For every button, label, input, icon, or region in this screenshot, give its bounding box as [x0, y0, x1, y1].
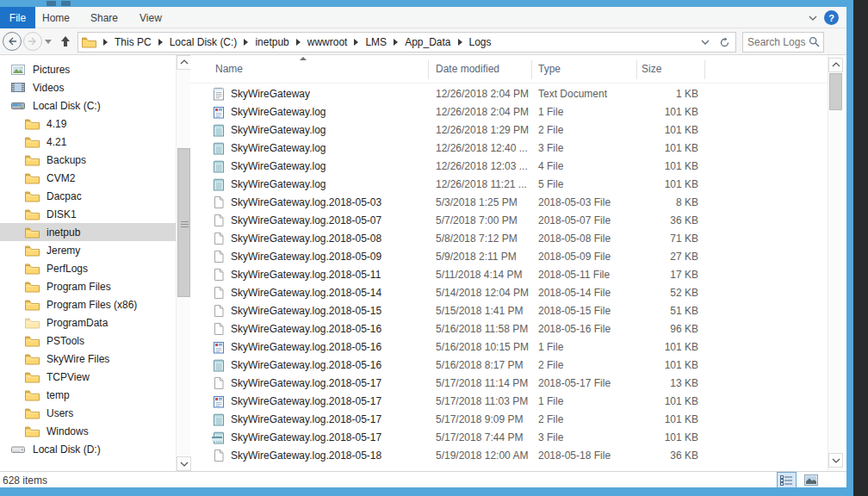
folder-icon: [25, 352, 40, 366]
sidebar-item-skywire-files[interactable]: SkyWire Files: [0, 350, 176, 368]
log-color-icon: [212, 340, 226, 354]
file-size: 101 KB: [621, 359, 698, 371]
forward-button[interactable]: [23, 32, 42, 51]
quick-access-toolbar[interactable]: [46, 1, 71, 6]
sidebar-item-programdata[interactable]: ProgramData: [0, 313, 176, 332]
refresh-icon[interactable]: [719, 37, 730, 48]
tab-share[interactable]: Share: [90, 7, 118, 28]
table-row[interactable]: SkyWireGateway.log 12/26/2018 12:03 ... …: [190, 158, 828, 176]
folder-icon: [25, 226, 40, 239]
sidebar-item-4-19[interactable]: 4.19: [0, 115, 176, 133]
table-row[interactable]: SkyWireGateway 12/26/2018 2:04 PM Text D…: [190, 85, 828, 103]
sidebar-item-pstools[interactable]: PSTools: [0, 332, 176, 350]
breadcrumb-item[interactable]: Local Disk (C:): [170, 36, 238, 48]
sidebar-item-windows[interactable]: Windows: [0, 422, 176, 440]
tab-view[interactable]: View: [140, 7, 162, 28]
column-header-size[interactable]: Size: [642, 63, 661, 75]
sidebar-item-local-disk-c-[interactable]: Local Disk (C:): [0, 96, 176, 115]
table-row[interactable]: SkyWireGateway.log.2018-05-18 5/19/2018 …: [190, 447, 828, 465]
tab-file[interactable]: File: [0, 7, 35, 28]
search-input[interactable]: [747, 33, 808, 52]
file-name: SkyWireGateway.log.2018-05-16: [231, 323, 381, 335]
folder-icon: [25, 208, 40, 221]
table-row[interactable]: SkyWireGateway.log.2018-05-08 5/8/2018 7…: [190, 230, 828, 248]
table-row[interactable]: SkyWireGateway.log.2018-05-15 5/15/2018 …: [190, 302, 828, 320]
file-type: 5 File: [538, 178, 563, 190]
table-row[interactable]: SkyWireGateway.log.2018-05-03 5/3/2018 1…: [190, 194, 828, 212]
column-header-type[interactable]: Type: [538, 63, 561, 75]
search-box[interactable]: [742, 32, 824, 53]
folder-icon: [25, 298, 40, 312]
sidebar-item-tcpview[interactable]: TCPView: [0, 368, 176, 386]
sidebar-item-dacpac[interactable]: Dacpac: [0, 187, 176, 205]
sidebar-item-perflogs[interactable]: PerfLogs: [0, 259, 176, 277]
recent-locations-chevron-icon[interactable]: [45, 40, 52, 44]
details-view-button[interactable]: [777, 472, 797, 488]
breadcrumb-item[interactable]: wwwroot: [307, 36, 348, 48]
table-row[interactable]: SkyWireGateway.log.2018-05-16 5/16/2018 …: [190, 338, 828, 356]
sidebar-item-local-disk-d-[interactable]: Local Disk (D:): [0, 440, 176, 458]
back-button[interactable]: [3, 32, 22, 51]
sidebar-item-users[interactable]: Users: [0, 404, 176, 422]
list-scrollbar[interactable]: [828, 55, 842, 471]
table-row[interactable]: SkyWireGateway.log.2018-05-16 5/16/2018 …: [190, 320, 828, 338]
search-icon[interactable]: [809, 36, 820, 47]
sidebar-item-pictures[interactable]: Pictures: [0, 60, 176, 78]
column-header-date-modified[interactable]: Date modified: [436, 63, 499, 75]
table-row[interactable]: SkyWireGateway.log.2018-05-16 5/16/2018 …: [190, 356, 828, 375]
address-history-chevron-icon[interactable]: [700, 38, 710, 46]
column-separator[interactable]: [428, 60, 429, 79]
file-name: SkyWireGateway.log.2018-05-15: [231, 305, 381, 317]
table-row[interactable]: SkyWireGateway.log.2018-05-17 5/17/2018 …: [190, 375, 828, 393]
navigation-pane: Pictures Videos Local Disk (C:) 4.19 4.2…: [0, 55, 176, 471]
address-bar[interactable]: This PCLocal Disk (C:)inetpubwwwrootLMSA…: [78, 32, 736, 53]
sidebar-item-disk1[interactable]: DISK1: [0, 205, 176, 223]
sidebar-scrollbar-thumb[interactable]: [177, 148, 190, 297]
breadcrumb-item[interactable]: inetpub: [255, 36, 288, 48]
up-button[interactable]: [57, 33, 74, 50]
table-row[interactable]: SkyWireGateway.log.2018-05-17 5/17/2018 …: [190, 411, 828, 429]
sidebar-item-jeremy[interactable]: Jeremy: [0, 241, 176, 259]
tab-home[interactable]: Home: [42, 7, 70, 28]
sidebar-item-label: Program Files: [46, 281, 111, 293]
ribbon-collapse-chevron-icon[interactable]: [806, 12, 820, 24]
column-separator[interactable]: [636, 60, 637, 79]
table-row[interactable]: SkyWireGateway.log 12/26/2018 1:29 PM 2 …: [190, 121, 828, 140]
column-separator[interactable]: [531, 60, 532, 79]
sidebar-scroll-down-icon[interactable]: [177, 456, 191, 471]
sidebar-item-4-21[interactable]: 4.21: [0, 133, 176, 151]
column-header-name[interactable]: Name: [215, 63, 243, 75]
file-icon: [212, 304, 226, 318]
table-row[interactable]: SkyWireGateway.log 12/26/2018 12:40 ... …: [190, 140, 828, 158]
sidebar-item-inetpub[interactable]: inetpub: [0, 223, 176, 241]
column-separator[interactable]: [704, 60, 705, 79]
breadcrumb-item[interactable]: This PC: [115, 36, 152, 48]
sidebar-item-videos[interactable]: Videos: [0, 78, 176, 96]
sidebar-item-backups[interactable]: Backups: [0, 151, 176, 169]
list-scroll-up-icon[interactable]: [828, 58, 843, 72]
thumbnail-view-button[interactable]: [801, 472, 821, 488]
sidebar-item-program-files[interactable]: Program Files: [0, 277, 176, 295]
sidebar-item-cvm2[interactable]: CVM2: [0, 169, 176, 187]
file-name: SkyWireGateway.log.2018-05-09: [231, 251, 381, 263]
breadcrumb-item[interactable]: Logs: [469, 36, 492, 48]
sidebar-item-temp[interactable]: temp: [0, 386, 176, 404]
table-row[interactable]: SkyWireGateway.log.2018-05-17 5/17/2018 …: [190, 429, 828, 447]
table-row[interactable]: SkyWireGateway.log.2018-05-14 5/14/2018 …: [190, 284, 828, 302]
table-row[interactable]: SkyWireGateway.log.2018-05-09 5/9/2018 2…: [190, 248, 828, 266]
table-row[interactable]: SkyWireGateway.log.2018-05-11 5/11/2018 …: [190, 266, 828, 284]
list-scrollbar-thumb[interactable]: [829, 73, 842, 110]
table-row[interactable]: SkyWireGateway.log 12/26/2018 11:21 ... …: [190, 176, 828, 194]
breadcrumb-item[interactable]: LMS: [365, 36, 387, 48]
sidebar-list: Pictures Videos Local Disk (C:) 4.19 4.2…: [0, 60, 176, 458]
sidebar-scrollbar[interactable]: [176, 55, 190, 471]
breadcrumb-item[interactable]: App_Data: [405, 36, 450, 48]
table-row[interactable]: SkyWireGateway.log 12/26/2018 2:04 PM 1 …: [190, 103, 828, 121]
help-icon[interactable]: ?: [824, 10, 839, 25]
table-row[interactable]: SkyWireGateway.log.2018-05-17 5/17/2018 …: [190, 393, 828, 411]
table-row[interactable]: SkyWireGateway.log.2018-05-07 5/7/2018 7…: [190, 212, 828, 230]
sidebar-item-program-files-x86-[interactable]: Program Files (x86): [0, 295, 176, 313]
sidebar-scroll-up-icon[interactable]: [177, 55, 191, 70]
list-scroll-down-icon[interactable]: [828, 453, 843, 468]
file-type: 2018-05-03 File: [538, 196, 611, 208]
